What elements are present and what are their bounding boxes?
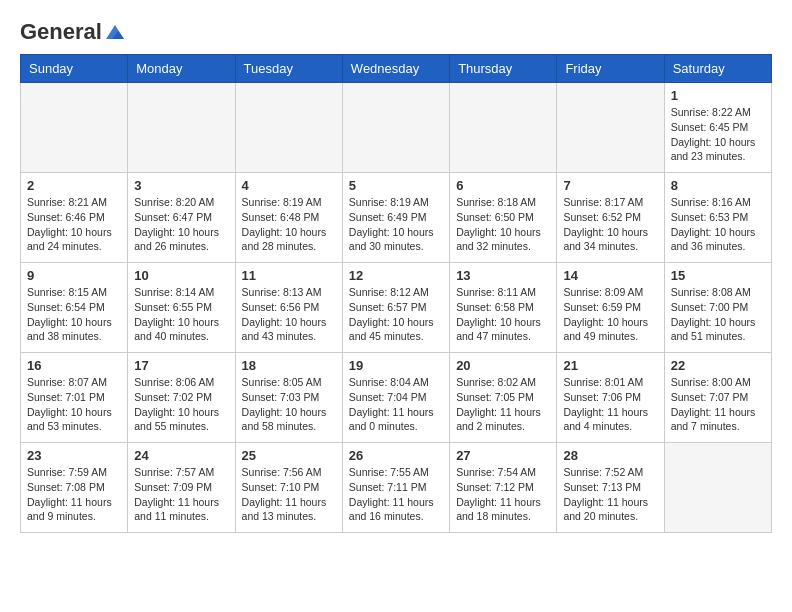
day-info: Sunrise: 8:08 AM Sunset: 7:00 PM Dayligh…: [671, 285, 765, 344]
day-number: 6: [456, 178, 550, 193]
calendar-cell: [235, 83, 342, 173]
day-info: Sunrise: 8:21 AM Sunset: 6:46 PM Dayligh…: [27, 195, 121, 254]
weekday-header-tuesday: Tuesday: [235, 55, 342, 83]
day-number: 24: [134, 448, 228, 463]
logo: General: [20, 20, 126, 44]
day-info: Sunrise: 8:07 AM Sunset: 7:01 PM Dayligh…: [27, 375, 121, 434]
weekday-header-monday: Monday: [128, 55, 235, 83]
calendar-cell: [128, 83, 235, 173]
calendar-cell: 19Sunrise: 8:04 AM Sunset: 7:04 PM Dayli…: [342, 353, 449, 443]
day-info: Sunrise: 8:16 AM Sunset: 6:53 PM Dayligh…: [671, 195, 765, 254]
calendar-cell: 14Sunrise: 8:09 AM Sunset: 6:59 PM Dayli…: [557, 263, 664, 353]
weekday-header-saturday: Saturday: [664, 55, 771, 83]
day-number: 2: [27, 178, 121, 193]
day-number: 28: [563, 448, 657, 463]
weekday-header-thursday: Thursday: [450, 55, 557, 83]
calendar-cell: 3Sunrise: 8:20 AM Sunset: 6:47 PM Daylig…: [128, 173, 235, 263]
day-info: Sunrise: 7:56 AM Sunset: 7:10 PM Dayligh…: [242, 465, 336, 524]
calendar-cell: 20Sunrise: 8:02 AM Sunset: 7:05 PM Dayli…: [450, 353, 557, 443]
weekday-header-sunday: Sunday: [21, 55, 128, 83]
day-info: Sunrise: 8:11 AM Sunset: 6:58 PM Dayligh…: [456, 285, 550, 344]
day-number: 8: [671, 178, 765, 193]
logo-icon: [104, 23, 126, 41]
week-row-4: 23Sunrise: 7:59 AM Sunset: 7:08 PM Dayli…: [21, 443, 772, 533]
day-info: Sunrise: 8:17 AM Sunset: 6:52 PM Dayligh…: [563, 195, 657, 254]
day-number: 19: [349, 358, 443, 373]
day-info: Sunrise: 8:02 AM Sunset: 7:05 PM Dayligh…: [456, 375, 550, 434]
logo-general: General: [20, 20, 102, 44]
day-info: Sunrise: 8:12 AM Sunset: 6:57 PM Dayligh…: [349, 285, 443, 344]
calendar-cell: 21Sunrise: 8:01 AM Sunset: 7:06 PM Dayli…: [557, 353, 664, 443]
day-number: 9: [27, 268, 121, 283]
calendar-cell: 27Sunrise: 7:54 AM Sunset: 7:12 PM Dayli…: [450, 443, 557, 533]
day-info: Sunrise: 8:13 AM Sunset: 6:56 PM Dayligh…: [242, 285, 336, 344]
calendar-cell: 17Sunrise: 8:06 AM Sunset: 7:02 PM Dayli…: [128, 353, 235, 443]
week-row-2: 9Sunrise: 8:15 AM Sunset: 6:54 PM Daylig…: [21, 263, 772, 353]
calendar-cell: 5Sunrise: 8:19 AM Sunset: 6:49 PM Daylig…: [342, 173, 449, 263]
day-info: Sunrise: 8:15 AM Sunset: 6:54 PM Dayligh…: [27, 285, 121, 344]
day-number: 17: [134, 358, 228, 373]
day-info: Sunrise: 8:01 AM Sunset: 7:06 PM Dayligh…: [563, 375, 657, 434]
calendar-cell: 13Sunrise: 8:11 AM Sunset: 6:58 PM Dayli…: [450, 263, 557, 353]
day-number: 18: [242, 358, 336, 373]
day-info: Sunrise: 7:59 AM Sunset: 7:08 PM Dayligh…: [27, 465, 121, 524]
calendar-cell: 8Sunrise: 8:16 AM Sunset: 6:53 PM Daylig…: [664, 173, 771, 263]
week-row-0: 1Sunrise: 8:22 AM Sunset: 6:45 PM Daylig…: [21, 83, 772, 173]
calendar-cell: 7Sunrise: 8:17 AM Sunset: 6:52 PM Daylig…: [557, 173, 664, 263]
day-info: Sunrise: 7:52 AM Sunset: 7:13 PM Dayligh…: [563, 465, 657, 524]
day-number: 5: [349, 178, 443, 193]
calendar-cell: 10Sunrise: 8:14 AM Sunset: 6:55 PM Dayli…: [128, 263, 235, 353]
calendar-cell: 12Sunrise: 8:12 AM Sunset: 6:57 PM Dayli…: [342, 263, 449, 353]
day-number: 20: [456, 358, 550, 373]
day-number: 1: [671, 88, 765, 103]
calendar-cell: 24Sunrise: 7:57 AM Sunset: 7:09 PM Dayli…: [128, 443, 235, 533]
weekday-header-wednesday: Wednesday: [342, 55, 449, 83]
day-number: 27: [456, 448, 550, 463]
calendar-cell: 28Sunrise: 7:52 AM Sunset: 7:13 PM Dayli…: [557, 443, 664, 533]
day-info: Sunrise: 8:18 AM Sunset: 6:50 PM Dayligh…: [456, 195, 550, 254]
day-info: Sunrise: 8:22 AM Sunset: 6:45 PM Dayligh…: [671, 105, 765, 164]
calendar-cell: 11Sunrise: 8:13 AM Sunset: 6:56 PM Dayli…: [235, 263, 342, 353]
calendar-cell: 23Sunrise: 7:59 AM Sunset: 7:08 PM Dayli…: [21, 443, 128, 533]
calendar-cell: [21, 83, 128, 173]
day-number: 3: [134, 178, 228, 193]
day-number: 12: [349, 268, 443, 283]
day-number: 26: [349, 448, 443, 463]
day-info: Sunrise: 8:19 AM Sunset: 6:49 PM Dayligh…: [349, 195, 443, 254]
day-info: Sunrise: 8:05 AM Sunset: 7:03 PM Dayligh…: [242, 375, 336, 434]
calendar-cell: 9Sunrise: 8:15 AM Sunset: 6:54 PM Daylig…: [21, 263, 128, 353]
day-info: Sunrise: 7:57 AM Sunset: 7:09 PM Dayligh…: [134, 465, 228, 524]
calendar-cell: 18Sunrise: 8:05 AM Sunset: 7:03 PM Dayli…: [235, 353, 342, 443]
day-number: 15: [671, 268, 765, 283]
calendar-cell: 22Sunrise: 8:00 AM Sunset: 7:07 PM Dayli…: [664, 353, 771, 443]
day-number: 21: [563, 358, 657, 373]
day-number: 7: [563, 178, 657, 193]
week-row-1: 2Sunrise: 8:21 AM Sunset: 6:46 PM Daylig…: [21, 173, 772, 263]
calendar-cell: 26Sunrise: 7:55 AM Sunset: 7:11 PM Dayli…: [342, 443, 449, 533]
calendar-cell: [342, 83, 449, 173]
day-info: Sunrise: 8:04 AM Sunset: 7:04 PM Dayligh…: [349, 375, 443, 434]
calendar-cell: 15Sunrise: 8:08 AM Sunset: 7:00 PM Dayli…: [664, 263, 771, 353]
day-number: 22: [671, 358, 765, 373]
calendar-cell: 25Sunrise: 7:56 AM Sunset: 7:10 PM Dayli…: [235, 443, 342, 533]
day-info: Sunrise: 8:14 AM Sunset: 6:55 PM Dayligh…: [134, 285, 228, 344]
day-info: Sunrise: 8:09 AM Sunset: 6:59 PM Dayligh…: [563, 285, 657, 344]
day-info: Sunrise: 7:54 AM Sunset: 7:12 PM Dayligh…: [456, 465, 550, 524]
day-number: 10: [134, 268, 228, 283]
day-number: 11: [242, 268, 336, 283]
calendar-cell: 16Sunrise: 8:07 AM Sunset: 7:01 PM Dayli…: [21, 353, 128, 443]
calendar: SundayMondayTuesdayWednesdayThursdayFrid…: [20, 54, 772, 533]
day-number: 4: [242, 178, 336, 193]
day-number: 25: [242, 448, 336, 463]
calendar-cell: 2Sunrise: 8:21 AM Sunset: 6:46 PM Daylig…: [21, 173, 128, 263]
calendar-cell: 4Sunrise: 8:19 AM Sunset: 6:48 PM Daylig…: [235, 173, 342, 263]
calendar-cell: [450, 83, 557, 173]
day-info: Sunrise: 7:55 AM Sunset: 7:11 PM Dayligh…: [349, 465, 443, 524]
weekday-header-row: SundayMondayTuesdayWednesdayThursdayFrid…: [21, 55, 772, 83]
day-number: 23: [27, 448, 121, 463]
day-info: Sunrise: 8:20 AM Sunset: 6:47 PM Dayligh…: [134, 195, 228, 254]
day-number: 13: [456, 268, 550, 283]
weekday-header-friday: Friday: [557, 55, 664, 83]
calendar-cell: 6Sunrise: 8:18 AM Sunset: 6:50 PM Daylig…: [450, 173, 557, 263]
calendar-cell: 1Sunrise: 8:22 AM Sunset: 6:45 PM Daylig…: [664, 83, 771, 173]
